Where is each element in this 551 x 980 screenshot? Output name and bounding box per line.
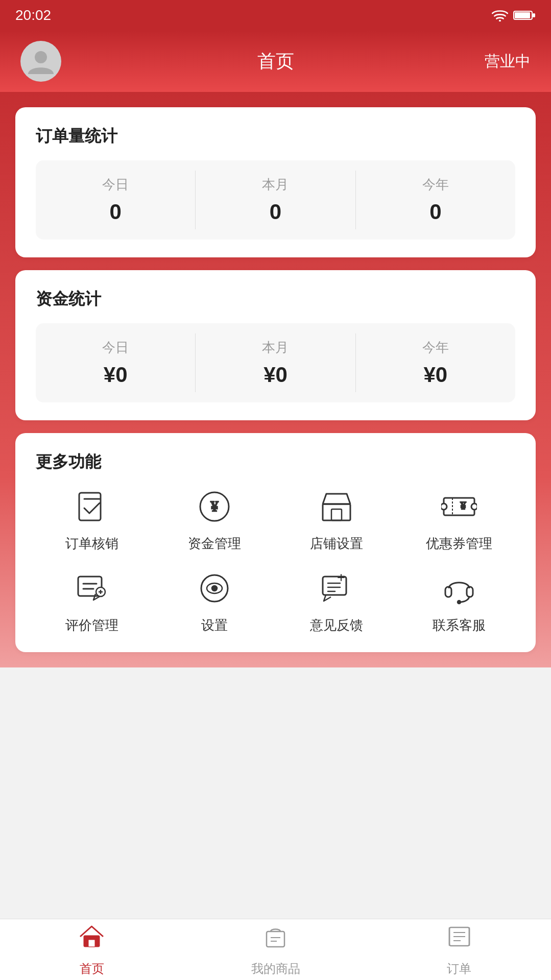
- svg-point-13: [441, 504, 447, 510]
- shop-settings-label: 店铺设置: [310, 535, 363, 553]
- fund-manage-label: 资金管理: [188, 535, 241, 553]
- wifi-icon: [492, 9, 508, 21]
- fund-stat-year: 今年 ¥0: [356, 323, 515, 402]
- svg-rect-10: [331, 509, 342, 520]
- fund-stat-month: 本月 ¥0: [196, 323, 355, 402]
- bottom-nav: 首页 我的商品 订单: [0, 919, 551, 980]
- battery-icon: [513, 9, 536, 21]
- order-year-label: 今年: [422, 176, 449, 194]
- order-stat-month: 本月 0: [196, 160, 355, 240]
- status-bar: 20:02: [0, 0, 551, 31]
- eye-settings-icon: [194, 568, 235, 609]
- svg-rect-36: [88, 940, 95, 947]
- svg-text:¥: ¥: [461, 499, 466, 512]
- status-time: 20:02: [15, 7, 51, 23]
- order-today-value: 0: [109, 200, 121, 224]
- order-stats-grid: 今日 0 本月 0 今年 0: [36, 160, 515, 240]
- svg-rect-2: [515, 12, 530, 18]
- fund-year-value: ¥0: [423, 363, 447, 387]
- order-month-value: 0: [270, 200, 281, 224]
- fund-year-label: 今年: [422, 339, 449, 356]
- customer-service-label: 联系客服: [433, 616, 486, 634]
- function-grid: 订单核销 ¥ 资金管理: [36, 486, 515, 634]
- order-year-value: 0: [429, 200, 441, 224]
- order-stats-card: 订单量统计 今日 0 本月 0 今年 0: [15, 107, 536, 257]
- nav-products-label: 我的商品: [251, 961, 300, 977]
- store-icon: [316, 486, 357, 527]
- svg-rect-5: [79, 493, 101, 520]
- functions-card: 更多功能 订单核销: [15, 433, 536, 652]
- coupon-manage-label: 优惠券管理: [426, 535, 492, 553]
- home-nav-icon: [78, 922, 106, 957]
- review-manage-label: 评价管理: [65, 616, 118, 634]
- function-order-verify[interactable]: 订单核销: [36, 486, 148, 553]
- function-feedback[interactable]: 意见反馈: [281, 568, 393, 634]
- status-icons: [492, 9, 536, 21]
- settings-label: 设置: [201, 616, 228, 634]
- fund-month-label: 本月: [262, 339, 289, 356]
- fund-today-label: 今日: [102, 339, 129, 356]
- fund-today-value: ¥0: [104, 363, 128, 387]
- fund-stats-card: 资金统计 今日 ¥0 本月 ¥0 今年 ¥0: [15, 270, 536, 420]
- fund-stat-today: 今日 ¥0: [36, 323, 195, 402]
- nav-home[interactable]: 首页: [0, 922, 184, 977]
- svg-rect-26: [323, 577, 346, 595]
- coupon-icon: ¥: [439, 486, 480, 527]
- page-title: 首页: [257, 49, 294, 74]
- order-check-icon: [71, 486, 112, 527]
- function-coupon-manage[interactable]: ¥ 优惠券管理: [403, 486, 515, 553]
- nav-orders[interactable]: 订单: [367, 922, 551, 977]
- function-fund-manage[interactable]: ¥ 资金管理: [158, 486, 271, 553]
- nav-my-products[interactable]: 我的商品: [184, 922, 368, 977]
- products-nav-icon: [261, 922, 290, 957]
- function-settings[interactable]: 设置: [158, 568, 271, 634]
- nav-home-label: 首页: [80, 961, 104, 977]
- avatar[interactable]: [20, 41, 61, 82]
- order-stats-title: 订单量统计: [36, 125, 515, 148]
- svg-rect-9: [323, 504, 350, 520]
- nav-orders-label: 订单: [447, 961, 471, 977]
- function-customer-service[interactable]: 联系客服: [403, 568, 515, 634]
- yen-circle-icon: ¥: [194, 486, 235, 527]
- fund-stats-title: 资金统计: [36, 288, 515, 310]
- feedback-label: 意见反馈: [310, 616, 363, 634]
- header: 首页 营业中: [0, 31, 551, 92]
- svg-rect-3: [533, 13, 535, 17]
- orders-nav-icon: [445, 922, 473, 957]
- review-icon: [71, 568, 112, 609]
- order-stat-today: 今日 0: [36, 160, 195, 240]
- business-status: 营业中: [485, 51, 531, 72]
- function-review-manage[interactable]: 评价管理: [36, 568, 148, 634]
- svg-point-4: [35, 51, 47, 63]
- svg-point-25: [212, 586, 217, 591]
- feedback-icon: [316, 568, 357, 609]
- headset-icon: [439, 568, 480, 609]
- svg-point-0: [499, 20, 501, 21]
- function-shop-settings[interactable]: 店铺设置: [281, 486, 393, 553]
- svg-point-14: [471, 504, 477, 510]
- fund-stats-grid: 今日 ¥0 本月 ¥0 今年 ¥0: [36, 323, 515, 402]
- svg-point-34: [458, 601, 461, 604]
- order-verify-label: 订单核销: [65, 535, 118, 553]
- order-today-label: 今日: [102, 176, 129, 194]
- functions-title: 更多功能: [36, 451, 515, 473]
- svg-rect-37: [267, 931, 284, 947]
- svg-text:¥: ¥: [210, 497, 218, 514]
- fund-month-value: ¥0: [263, 363, 288, 387]
- svg-rect-12: [444, 498, 474, 515]
- order-month-label: 本月: [262, 176, 289, 194]
- avatar-icon: [26, 46, 56, 77]
- order-stat-year: 今年 0: [356, 160, 515, 240]
